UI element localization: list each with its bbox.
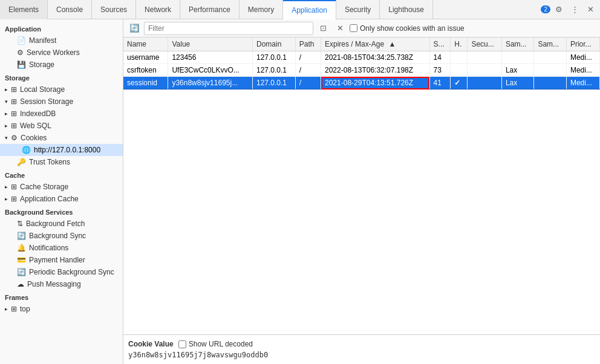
- sidebar-item-bg-fetch[interactable]: ⇅ Background Fetch: [0, 218, 123, 230]
- col-path: Path: [295, 37, 321, 51]
- sidebar-item-storage[interactable]: 💾 Storage: [0, 59, 123, 71]
- sidebar-item-cookies-url-label: http://127.0.0.1:8000: [34, 146, 100, 154]
- sidebar-item-cookies-label: Cookies: [21, 134, 47, 142]
- settings-button[interactable]: ⚙: [552, 2, 566, 17]
- sidebar-section-application: Application: [0, 22, 123, 34]
- tab-elements[interactable]: Elements: [0, 0, 48, 19]
- cell-size: 14: [429, 51, 451, 64]
- cell-priority: Medi...: [566, 77, 599, 89]
- manifest-icon: 📄: [17, 36, 26, 45]
- sidebar-item-indexeddb-label: IndexedDB: [20, 109, 56, 118]
- col-priority: Prior...: [566, 37, 599, 51]
- cell-secure: [468, 77, 502, 89]
- sidebar-item-service-workers[interactable]: ⚙ Service Workers: [0, 47, 123, 59]
- payment-handler-icon: 💳: [17, 256, 26, 264]
- sidebar-item-bg-fetch-label: Background Fetch: [26, 219, 85, 228]
- sidebar-item-top-frame[interactable]: ⊞ top: [0, 303, 123, 315]
- more-options-button[interactable]: ⋮: [567, 2, 582, 17]
- show-url-decoded-checkbox[interactable]: [178, 340, 186, 348]
- web-sql-icon: ⊞: [11, 122, 17, 130]
- cell-priority: Medi...: [566, 64, 599, 77]
- only-issues-text: Only show cookies with an issue: [360, 24, 465, 33]
- cookie-table: Name Value Domain Path Expires / Max-Age…: [123, 37, 600, 89]
- col-value: Value: [168, 37, 253, 51]
- sidebar-item-storage-label: Storage: [29, 60, 54, 69]
- sidebar-item-indexeddb[interactable]: ⊞ IndexedDB: [0, 108, 123, 120]
- only-issues-label[interactable]: Only show cookies with an issue: [350, 24, 465, 33]
- sidebar-section-storage: Storage: [0, 71, 123, 83]
- cell-size: 41: [429, 77, 451, 89]
- col-httponly: H.: [451, 37, 468, 51]
- sidebar-item-bg-sync-label: Background Sync: [29, 232, 86, 240]
- top-frame-triangle: [5, 306, 11, 312]
- sidebar-item-push-messaging-label: Push Messaging: [27, 280, 81, 288]
- top-frame-icon: ⊞: [11, 305, 17, 313]
- close-button[interactable]: ✕: [583, 2, 598, 17]
- cookie-value-header-label: Cookie Value: [128, 340, 174, 348]
- sidebar-item-cache-storage-label: Cache Storage: [20, 183, 68, 191]
- table-row[interactable]: username123456127.0.0.1/2021-08-15T04:34…: [123, 51, 600, 64]
- tab-lighthouse[interactable]: Lighthouse: [380, 0, 433, 19]
- sidebar-item-periodic-bg-sync[interactable]: 🔄 Periodic Background Sync: [0, 266, 123, 278]
- refresh-button[interactable]: 🔄: [127, 21, 142, 36]
- tab-network[interactable]: Network: [136, 0, 180, 19]
- tab-application[interactable]: Application: [283, 0, 336, 19]
- filter-input[interactable]: [144, 22, 313, 35]
- bg-fetch-icon: ⇅: [17, 219, 23, 228]
- cell-samesite1: Lax: [501, 77, 534, 89]
- sidebar-item-notifications[interactable]: 🔔 Notifications: [0, 242, 123, 254]
- sidebar-item-app-cache[interactable]: ⊞ Application Cache: [0, 193, 123, 205]
- storage-icon: 💾: [17, 60, 26, 69]
- sidebar-item-app-cache-label: Application Cache: [20, 195, 79, 203]
- tab-security[interactable]: Security: [336, 0, 380, 19]
- sidebar-item-web-sql[interactable]: ⊞ Web SQL: [0, 120, 123, 132]
- cell-domain: 127.0.0.1: [252, 51, 295, 64]
- sidebar-item-cookies-url[interactable]: 🌐 http://127.0.0.1:8000: [0, 144, 123, 156]
- cell-httponly: [451, 64, 468, 77]
- filter-clear-button[interactable]: ⊡: [316, 21, 330, 36]
- show-url-decoded-label[interactable]: Show URL decoded: [178, 340, 253, 348]
- col-domain: Domain: [252, 37, 295, 51]
- cookie-table-container[interactable]: Name Value Domain Path Expires / Max-Age…: [123, 37, 600, 334]
- cell-size: 73: [429, 64, 451, 77]
- tab-memory[interactable]: Memory: [240, 0, 283, 19]
- sidebar-item-session-storage[interactable]: ⊞ Session Storage: [0, 96, 123, 108]
- cell-value: y36n8w8sjv11695j...: [168, 77, 253, 89]
- table-row[interactable]: sessionidy36n8w8sjv11695j...127.0.0.1/20…: [123, 77, 600, 89]
- sidebar-item-payment-handler[interactable]: 💳 Payment Handler: [0, 254, 123, 266]
- col-size: S...: [429, 37, 451, 51]
- sidebar-item-local-storage-label: Local Storage: [20, 85, 65, 94]
- tab-console[interactable]: Console: [48, 0, 92, 19]
- cell-domain: 127.0.0.1: [252, 64, 295, 77]
- col-secure: Secu...: [468, 37, 502, 51]
- session-storage-icon: ⊞: [11, 97, 17, 106]
- cell-value: 123456: [168, 51, 253, 64]
- table-row[interactable]: csrftokenUfE3CwCc0LKvvO...127.0.0.1/2022…: [123, 64, 600, 77]
- sidebar-item-cache-storage[interactable]: ⊞ Cache Storage: [0, 181, 123, 193]
- sidebar-section-cache: Cache: [0, 168, 123, 181]
- sidebar-item-top-frame-label: top: [20, 305, 30, 313]
- sidebar-item-local-storage[interactable]: ⊞ Local Storage: [0, 83, 123, 96]
- app-cache-triangle: [5, 196, 11, 202]
- col-samesite2: Sam...: [534, 37, 567, 51]
- sidebar-item-web-sql-label: Web SQL: [20, 122, 51, 130]
- cell-secure: [468, 51, 502, 64]
- sidebar-item-bg-sync[interactable]: 🔄 Background Sync: [0, 230, 123, 242]
- cell-name: username: [123, 51, 168, 64]
- sidebar-item-push-messaging[interactable]: ☁ Push Messaging: [0, 278, 123, 290]
- sidebar-item-trust-tokens[interactable]: 🔑 Trust Tokens: [0, 156, 123, 168]
- only-issues-checkbox[interactable]: [350, 24, 357, 32]
- sidebar-item-manifest[interactable]: 📄 Manifest: [0, 34, 123, 47]
- sidebar-item-cookies[interactable]: ⚙ Cookies: [0, 132, 123, 144]
- bg-sync-icon: 🔄: [17, 232, 26, 240]
- service-workers-icon: ⚙: [17, 48, 24, 57]
- tab-sources[interactable]: Sources: [92, 0, 136, 19]
- issues-badge[interactable]: 2: [541, 5, 550, 13]
- tab-performance[interactable]: Performance: [180, 0, 240, 19]
- sidebar-section-bg-services: Background Services: [0, 205, 123, 218]
- cell-httponly: ✓: [451, 77, 468, 89]
- notifications-icon: 🔔: [17, 244, 26, 252]
- main-area: Application 📄 Manifest ⚙ Service Workers…: [0, 19, 600, 364]
- delete-button[interactable]: ✕: [333, 21, 347, 36]
- app-cache-icon: ⊞: [11, 195, 17, 203]
